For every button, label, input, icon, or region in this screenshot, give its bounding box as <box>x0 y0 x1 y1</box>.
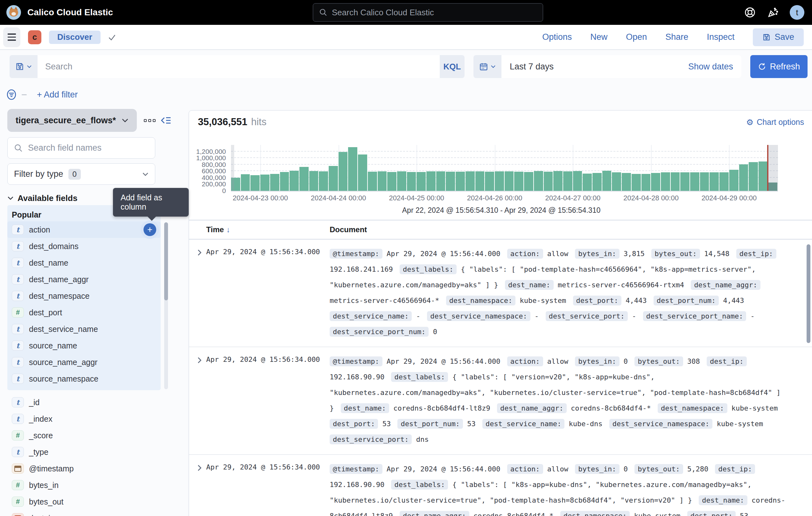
menu-icon[interactable] <box>3 27 20 47</box>
filter-by-type-dropdown[interactable]: Filter by type 0 <box>7 163 155 185</box>
field-item-@timestamp[interactable]: @timestamp <box>7 460 161 477</box>
show-dates-button[interactable]: Show dates <box>688 62 733 72</box>
doc-field-name[interactable]: @timestamp: <box>330 464 382 474</box>
field-item-dest_name[interactable]: tdest_name <box>7 254 161 271</box>
doc-field-name[interactable]: dest_namespace: <box>446 296 516 305</box>
doc-field-name[interactable]: dest_name: <box>699 495 747 505</box>
doc-field-name[interactable]: bytes_out: <box>634 356 683 366</box>
doc-field-name[interactable]: dest_name_aggr: <box>497 403 567 413</box>
doc-field-name[interactable]: dest_ip: <box>707 356 747 366</box>
doc-field-name[interactable]: dest_service_name: <box>330 311 412 321</box>
global-header: Calico Cloud Elastic Search Calico Cloud… <box>0 0 812 25</box>
field-item-_index[interactable]: t_index <box>7 411 161 427</box>
field-item-action[interactable]: taction+ <box>7 221 161 238</box>
sidebar-scrollbar-thumb[interactable] <box>164 222 168 300</box>
refresh-button[interactable]: Refresh <box>750 55 808 78</box>
calico-logo[interactable] <box>6 5 21 20</box>
doc-field-name[interactable]: dest_service_namespace: <box>609 419 713 429</box>
doc-field-name[interactable]: action: <box>507 464 543 474</box>
doc-field-name[interactable]: bytes_out: <box>634 464 683 474</box>
doc-field-name[interactable]: dest_service_port: <box>546 311 628 321</box>
doc-field-name[interactable]: dest_port_num: <box>654 296 719 305</box>
index-pattern-selector[interactable]: tigera_secure_ee_flows* <box>7 109 137 132</box>
field-search-input[interactable]: Search field names <box>7 137 155 159</box>
options-button[interactable]: Options <box>542 32 572 42</box>
doc-field-name[interactable]: bytes_in: <box>575 356 619 366</box>
filter-icon[interactable] <box>6 89 17 100</box>
save-button[interactable]: Save <box>753 28 804 46</box>
doc-field-name[interactable]: dest_port_num: <box>398 419 463 429</box>
field-item-bytes_in[interactable]: #bytes_in <box>7 477 161 493</box>
field-item-dest_domains[interactable]: tdest_domains <box>7 238 161 254</box>
space-badge[interactable]: c <box>28 30 41 44</box>
field-item-_score[interactable]: #_score <box>7 427 161 444</box>
field-item-dest_namespace[interactable]: tdest_namespace <box>7 288 161 304</box>
doc-field-name[interactable]: action: <box>507 249 543 259</box>
query-search-input[interactable]: Search <box>37 55 440 78</box>
doc-field-name[interactable]: dest_port: <box>573 296 621 305</box>
doc-field-name[interactable]: dest_name: <box>341 403 389 413</box>
doc-field-name[interactable]: dest_service_name: <box>482 419 564 429</box>
whats-new-icon[interactable] <box>767 6 779 19</box>
field-item-dest_name_aggr[interactable]: tdest_name_aggr <box>7 271 161 288</box>
doc-field-name[interactable]: dest_port: <box>330 419 378 429</box>
doc-field-name[interactable]: dest_port: <box>687 511 736 516</box>
doc-field-name[interactable]: dest_labels: <box>391 480 448 490</box>
field-item-source_namespace[interactable]: tsource_namespace <box>7 371 161 387</box>
table-scrollbar-thumb[interactable] <box>807 244 810 343</box>
expand-document-button[interactable] <box>194 355 205 366</box>
doc-field-name[interactable]: dest_ip: <box>736 249 776 259</box>
available-fields-toggle[interactable]: Available fields <box>7 193 77 203</box>
field-item-source_name_aggr[interactable]: tsource_name_aggr <box>7 354 161 371</box>
chart-options-button[interactable]: ⚙ Chart options <box>746 117 804 127</box>
field-item-bytes_out[interactable]: #bytes_out <box>7 493 161 510</box>
doc-field-name[interactable]: bytes_out: <box>651 249 700 259</box>
doc-field-name[interactable]: dest_name_aggr: <box>691 280 760 290</box>
field-item-dest_ip[interactable]: IPdest_ip <box>7 510 161 516</box>
doc-field-name[interactable]: dest_service_port: <box>330 434 412 444</box>
doc-field-name[interactable]: bytes_in: <box>575 249 619 259</box>
histogram-bar <box>358 155 367 191</box>
global-search-input[interactable]: Search Calico Cloud Elastic <box>313 3 543 21</box>
field-item-dest_port[interactable]: #dest_port <box>7 304 161 321</box>
doc-field-name[interactable]: dest_service_port_num: <box>330 327 429 337</box>
new-button[interactable]: New <box>590 32 607 42</box>
saved-query-menu-button[interactable] <box>9 55 37 78</box>
doc-field-name[interactable]: dest_namespace: <box>560 511 630 516</box>
expand-document-button[interactable] <box>194 247 205 258</box>
add-filter-button[interactable]: + Add filter <box>37 90 78 100</box>
y-axis: 0200,000400,000600,000800,0001,000,0001,… <box>190 145 226 191</box>
add-field-as-column-button[interactable]: + <box>144 223 156 236</box>
inspect-button[interactable]: Inspect <box>707 32 734 42</box>
doc-field-name[interactable]: @timestamp: <box>330 356 382 366</box>
user-avatar[interactable]: t <box>790 5 804 20</box>
calendar-icon[interactable] <box>473 55 501 78</box>
doc-field-name[interactable]: @timestamp: <box>330 249 382 259</box>
doc-field-name[interactable]: dest_name_aggr: <box>400 511 469 516</box>
doc-field-name[interactable]: dest_service_namespace: <box>427 311 530 321</box>
doc-field-name[interactable]: bytes_in: <box>575 464 619 474</box>
doc-field-name[interactable]: dest_service_port_name: <box>643 311 747 321</box>
time-column-header[interactable]: Time ↓ <box>206 225 330 234</box>
app-grid-icon[interactable] <box>144 119 155 122</box>
field-item-dest_service_name[interactable]: tdest_service_name <box>7 321 161 337</box>
doc-field-name[interactable]: dest_labels: <box>400 264 457 274</box>
sort-descending-icon[interactable]: ↓ <box>227 225 230 234</box>
doc-field-name[interactable]: dest_labels: <box>391 372 448 382</box>
expand-document-button[interactable] <box>194 462 205 473</box>
field-item-source_name[interactable]: tsource_name <box>7 337 161 354</box>
doc-field-name[interactable]: dest_name: <box>505 280 553 290</box>
doc-field-name[interactable]: action: <box>507 356 543 366</box>
breadcrumb-discover[interactable]: Discover <box>49 31 100 44</box>
doc-field-name[interactable]: dest_namespace: <box>658 403 727 413</box>
share-button[interactable]: Share <box>665 32 688 42</box>
open-button[interactable]: Open <box>626 32 647 42</box>
histogram-chart[interactable]: 0200,000400,000600,000800,0001,000,0001,… <box>231 145 778 191</box>
field-item-_type[interactable]: t_type <box>7 444 161 460</box>
doc-field-name[interactable]: dest_ip: <box>715 464 755 474</box>
collapse-sidebar-icon[interactable] <box>161 116 172 125</box>
field-item-_id[interactable]: t_id <box>7 394 161 411</box>
query-language-button[interactable]: KQL <box>440 55 465 78</box>
help-icon[interactable] <box>744 6 756 19</box>
time-range-control[interactable]: Last 7 days Show dates <box>501 55 742 78</box>
